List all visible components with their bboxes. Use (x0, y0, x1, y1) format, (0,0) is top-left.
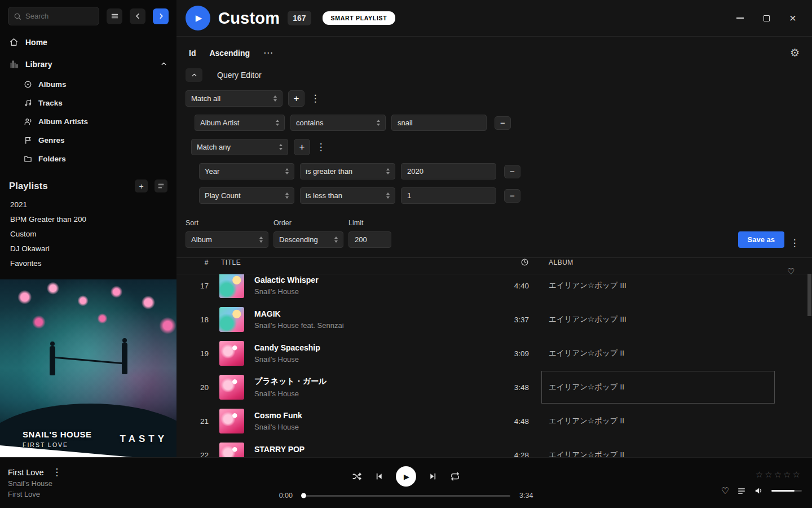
rule1-field-select[interactable]: Album Artist (195, 115, 285, 131)
add-rule-button-1[interactable]: + (288, 90, 304, 107)
playlist-item-favorites[interactable]: Favorites (0, 256, 176, 270)
track-album: エイリアン☆ポップ II (547, 348, 795, 358)
remove-rule1-button[interactable]: − (495, 116, 511, 130)
shuffle-button[interactable] (352, 471, 362, 481)
disc-icon (24, 80, 32, 89)
save-menu-button[interactable]: ⋮ (789, 238, 800, 248)
queue-button[interactable] (737, 487, 746, 496)
rule3-field-select[interactable]: Play Count (199, 187, 294, 204)
column-index[interactable]: # (176, 259, 210, 266)
volume-button[interactable] (754, 486, 764, 496)
rule1-field-value: Album Artist (200, 119, 239, 127)
track-row-17[interactable]: 17 Galactic Whisper Snail's House 4:40 エ… (176, 274, 812, 303)
rule1-value-input[interactable] (391, 115, 487, 131)
save-as-button[interactable]: Save as (738, 231, 784, 248)
album-art-figures-arm (54, 357, 123, 365)
playlist-item-dj-okawari[interactable]: DJ Okawari (0, 241, 176, 256)
limit-input[interactable] (348, 231, 391, 248)
playlist-play-button[interactable]: ▶ (186, 6, 210, 30)
sidebar-item-genres[interactable]: Genres (0, 131, 176, 150)
nav-back-button[interactable] (130, 8, 145, 24)
sort-select[interactable]: Album (186, 231, 268, 248)
remove-rule2-button[interactable]: − (504, 165, 520, 178)
menu-button[interactable] (107, 8, 122, 24)
group-menu-button-2[interactable]: ⋮ (316, 142, 326, 152)
playlist-item-bpm[interactable]: BPM Greater than 200 (0, 212, 176, 226)
rule3-value-input[interactable] (401, 187, 496, 204)
rule3-field-value: Play Count (205, 191, 241, 200)
app-window: Home Library Albums (0, 0, 812, 508)
rule2-field-select[interactable]: Year (199, 163, 294, 179)
add-playlist-button[interactable]: + (135, 179, 148, 192)
album-art-watermark: TASTY (120, 433, 167, 445)
order-select[interactable]: Descending (273, 231, 343, 248)
rule2-operator-select[interactable]: is greater than (300, 163, 395, 179)
now-playing-album[interactable]: First Love (8, 490, 279, 498)
track-album-thumbnail (219, 274, 244, 298)
rule3-operator-select[interactable]: is less than (300, 187, 395, 204)
hamburger-icon (111, 12, 119, 20)
nav-forward-button[interactable] (153, 8, 169, 24)
track-row-18[interactable]: 18 MAGIK Snail's House feat. Sennzai 3:3… (176, 303, 812, 336)
search-input[interactable] (25, 12, 94, 20)
add-rule-button-2[interactable]: + (294, 139, 310, 155)
sidebar-item-album-artists[interactable]: Album Artists (0, 112, 176, 131)
sidebar-item-tracks[interactable]: Tracks (0, 94, 176, 112)
track-row-21[interactable]: 21 Cosmo Funk Snail's House 4:48 エイリアン☆ポ… (176, 404, 812, 438)
window-maximize-button[interactable] (762, 14, 771, 23)
rule1-operator-select[interactable]: contains (290, 115, 386, 131)
seek-knob[interactable] (301, 493, 306, 498)
gear-icon[interactable]: ⚙ (790, 46, 800, 59)
track-row-19[interactable]: 19 Candy Spaceship Snail's House 3:09 エイ… (176, 336, 812, 370)
playlist-item-custom[interactable]: Custom (0, 226, 176, 241)
sidebar-item-albums[interactable]: Albums (0, 75, 176, 94)
query-rule-1: Album Artist contains − (195, 115, 812, 131)
chevron-up-icon[interactable] (160, 60, 167, 68)
match-type-select-1[interactable]: Match all (186, 90, 283, 107)
play-pause-button[interactable]: ▶ (396, 466, 416, 487)
track-album-thumbnail (219, 307, 244, 332)
sidebar-library-label: Library (25, 60, 52, 69)
duration-clock-icon[interactable] (520, 258, 529, 266)
track-index: 20 (176, 383, 210, 392)
window-minimize-button[interactable] (735, 14, 744, 23)
match-type-select-2[interactable]: Match any (191, 139, 288, 155)
next-track-button[interactable] (429, 472, 438, 481)
more-options-icon[interactable]: ⋯ (263, 47, 273, 59)
now-playing-album-art[interactable]: SNAIL'S HOUSE FIRST LOVE TASTY (0, 279, 176, 457)
window-close-button[interactable]: × (788, 14, 797, 23)
now-playing-menu-button[interactable]: ⋮ (52, 467, 62, 477)
group-menu-button-1[interactable]: ⋮ (310, 94, 320, 103)
scrollbar-thumb[interactable] (807, 274, 811, 316)
sort-direction-button[interactable]: Ascending (209, 49, 250, 58)
favorite-heart-icon[interactable]: ♡ (721, 485, 729, 496)
track-album-thumbnail (219, 341, 244, 366)
track-row-22[interactable]: 22 STARRY POP Snail's House 4:28 エイリアン☆ポ… (176, 438, 812, 457)
column-album[interactable]: ALBUM (547, 259, 795, 266)
sort-field-button[interactable]: Id (189, 49, 196, 58)
track-row-20[interactable]: 20 プラネット・ガール Snail's House 3:48 エイリアン☆ポッ… (176, 370, 812, 404)
seek-bar[interactable] (302, 495, 510, 497)
column-title[interactable]: TITLE (221, 259, 245, 266)
volume-fill (771, 490, 795, 492)
focused-album-cell[interactable]: エイリアン☆ポップ II (541, 371, 775, 404)
repeat-button[interactable] (450, 471, 460, 481)
now-playing-title[interactable]: First Love (8, 468, 44, 477)
search-box[interactable] (8, 7, 99, 25)
remove-rule3-button[interactable]: − (504, 189, 520, 203)
playlist-view-button[interactable] (155, 179, 167, 192)
track-duration: 3:37 (489, 316, 529, 324)
rating-stars[interactable]: ☆☆☆☆☆ (756, 470, 802, 480)
track-album-thumbnail (219, 409, 244, 433)
volume-slider[interactable] (771, 490, 802, 492)
sidebar-item-home[interactable]: Home (0, 31, 176, 53)
playlist-item-2021[interactable]: 2021 (0, 197, 176, 212)
now-playing-artist[interactable]: Snail's House (8, 479, 279, 488)
rule2-value-input[interactable] (401, 163, 496, 179)
previous-track-button[interactable] (374, 472, 383, 481)
sidebar-item-library[interactable]: Library (0, 53, 176, 75)
sidebar-item-folders[interactable]: Folders (0, 150, 176, 168)
query-editor-collapse-button[interactable] (186, 68, 202, 82)
chevron-left-icon (134, 12, 142, 20)
select-arrows-icon (276, 120, 279, 126)
